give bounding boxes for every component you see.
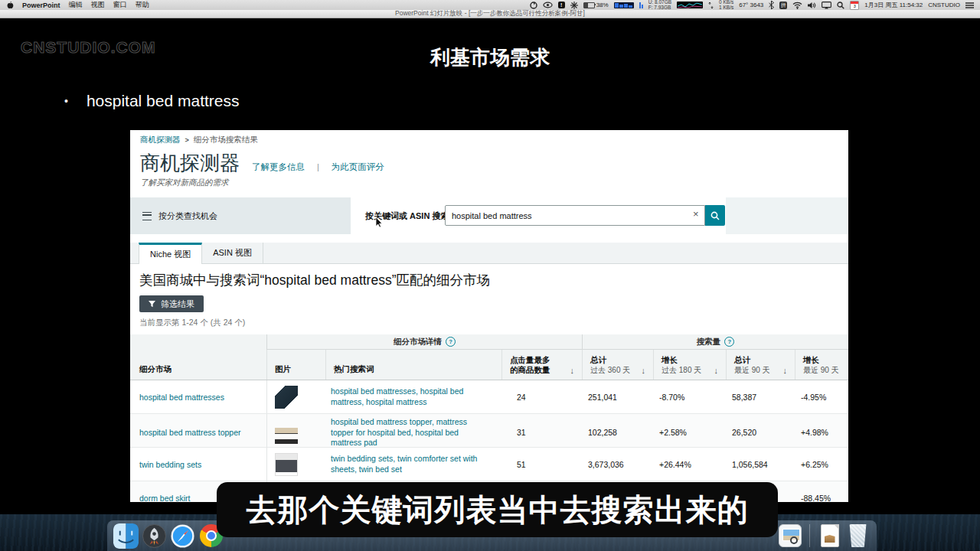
sort-icon[interactable]: ↓ [783, 366, 788, 375]
apple-icon[interactable] [6, 1, 14, 9]
menu-item-4[interactable]: 帮助 [136, 0, 149, 10]
niche-link[interactable]: twin bedding sets [139, 460, 201, 469]
info-icon[interactable]: ? [724, 337, 734, 347]
niches-table: 细分市场详情 ? 搜索量 ? 细分市场 图片 热门搜索词 点击量最多的商品数量 … [130, 334, 848, 502]
page-title-row: 商机探测器 了解更多信息 | 为此页面评分 [140, 150, 384, 177]
installer-doc-dock-icon[interactable] [817, 523, 842, 549]
link-divider: | [317, 162, 319, 171]
search-button[interactable] [705, 205, 725, 226]
safari-dock-icon[interactable] [170, 523, 195, 549]
menu-bar-clock[interactable]: 1月3日 周五 11:54:32 [864, 1, 923, 9]
finder-dock-icon[interactable] [113, 523, 139, 549]
tab-label: Niche 视图 [150, 249, 191, 260]
filter-button-label: 筛选结果 [161, 298, 194, 310]
breadcrumb-current: 细分市场搜索结果 [194, 135, 258, 145]
document-icon [821, 524, 839, 547]
activity-graph-icon[interactable] [677, 2, 703, 8]
memory-free: F: 7.93GB [648, 5, 671, 11]
mouse-cursor [375, 217, 384, 228]
keyword-search-input[interactable] [445, 205, 705, 226]
table-row: hospital bed mattress topper hospital be… [130, 414, 848, 448]
calendar-icon[interactable]: 3 [850, 1, 859, 10]
magnifier-icon [710, 211, 720, 220]
filter-results-button[interactable]: 筛选结果 [139, 295, 204, 312]
launchpad-dock-icon[interactable] [142, 523, 167, 549]
eye-icon[interactable] [543, 2, 553, 8]
group-details-label: 细分市场详情 [394, 337, 442, 347]
niche-link[interactable]: hospital bed mattress topper [139, 428, 241, 437]
search-band: 按分类查找机会 按关键词或 ASIN 搜索 × [130, 197, 848, 234]
search-volume-growth-90: -4.95% [795, 380, 848, 413]
learn-more-link[interactable]: 了解更多信息 [252, 161, 305, 173]
battery-indicator[interactable]: 38% [583, 2, 609, 8]
airplay-display-icon[interactable] [822, 2, 831, 9]
col-products-sort[interactable]: 点击量最多的商品数量 ↓ [501, 350, 582, 380]
rate-page-link[interactable]: 为此页面评分 [332, 161, 384, 173]
top-search-terms: hospital bed mattress topper, mattress t… [325, 414, 501, 452]
network-arrows-icon [708, 2, 714, 9]
trash-icon [848, 524, 868, 547]
table-row: hospital bed mattresses hospital bed mat… [130, 380, 848, 414]
slide-title: 利基市场需求 [0, 44, 980, 71]
opportunity-explorer-screenshot: 商机探测器 > 细分市场搜索结果 商机探测器 了解更多信息 | 为此页面评分 了… [130, 130, 848, 502]
dock-separator [809, 524, 810, 547]
funnel-icon [149, 301, 155, 308]
breadcrumb-root-link[interactable]: 商机探测器 [140, 135, 181, 145]
clicked-products-count: 31 [501, 414, 582, 452]
col-growth-90: 增长最近 90 天 [795, 350, 848, 380]
preview-dock-icon[interactable] [777, 523, 802, 549]
clicked-products-count: 24 [501, 380, 582, 413]
product-image [275, 421, 298, 444]
input-method-icon[interactable]: 拼 [779, 2, 787, 9]
table-row: twin bedding sets twin bedding sets, twi… [130, 448, 848, 481]
list-menu-icon[interactable] [965, 2, 974, 8]
temp-fan-readout[interactable]: 67° 3643 [739, 2, 763, 8]
tab-niche[interactable]: Niche 视图 [139, 243, 202, 264]
niche-link[interactable]: hospital bed mattresses [139, 393, 224, 402]
cpu-meter-icon[interactable] [614, 2, 634, 8]
tab-asin[interactable]: ASIN 视图 [202, 243, 263, 263]
alert-icon[interactable]: ! [558, 2, 565, 8]
hamburger-icon [142, 212, 152, 220]
sort-icon[interactable]: ↓ [570, 366, 575, 375]
window-title-bar[interactable]: PowerPoint 幻灯片放映 - [一步一步教你选品可行性分析案例-阿甘] [0, 10, 980, 18]
col-growth-180-sort[interactable]: 增长过去 180 天 ↓ [653, 350, 726, 380]
col-image: 图片 [266, 350, 325, 380]
results-heading: 美国商城中与搜索词“hospital bed mattress”匹配的细分市场 [139, 271, 490, 289]
view-tabs: Niche 视图 ASIN 视图 [130, 243, 848, 264]
account-name[interactable]: CNSTUDIO [928, 2, 960, 8]
col-total-360-sort[interactable]: 总计过去 360 天 ↓ [582, 350, 653, 380]
group-empty [130, 334, 266, 350]
search-volume-total-90: 58,387 [726, 380, 795, 413]
brightness-icon[interactable] [570, 2, 578, 9]
niche-link[interactable]: dorm bed skirt [139, 494, 191, 503]
bluetooth-icon[interactable] [769, 1, 774, 9]
table-group-header: 细分市场详情 ? 搜索量 ? [130, 334, 848, 350]
info-icon[interactable]: ? [446, 337, 456, 347]
sync-icon[interactable] [530, 2, 537, 9]
sort-icon[interactable]: ↓ [714, 366, 719, 375]
wifi-icon[interactable] [792, 2, 802, 9]
menu-item-2[interactable]: 视图 [91, 0, 105, 10]
clear-search-icon[interactable]: × [693, 208, 699, 220]
sort-icon[interactable]: ↓ [642, 366, 646, 375]
menu-item-1[interactable]: 编辑 [69, 0, 83, 10]
search-volume-growth-90: +4.98% [795, 414, 848, 452]
page-title: 商机探测器 [140, 150, 240, 177]
trash-dock-icon[interactable] [845, 523, 871, 549]
network-readout[interactable]: 0 KB/s 1 KB/s [719, 0, 733, 10]
menu-app-name[interactable]: PowerPoint [22, 2, 60, 9]
volume-icon[interactable] [808, 2, 816, 9]
memory-readout[interactable]: U: 8.07GB F: 7.93GB [648, 0, 671, 10]
col-total-90-sort[interactable]: 总计最近 90 天 ↓ [726, 350, 795, 380]
product-image [275, 386, 298, 409]
search-volume-growth-180: +2.58% [653, 414, 726, 452]
menu-item-3[interactable]: 窗口 [113, 0, 127, 10]
spotlight-search-icon[interactable] [837, 2, 844, 9]
product-image [275, 453, 298, 476]
macos-menu-bar: PowerPoint编辑视图窗口帮助 ! 38% U: 8.07GB F: 7.… [0, 0, 980, 10]
browse-categories-button[interactable]: 按分类查找机会 [130, 197, 351, 234]
search-volume-total-90: 1,056,584 [726, 448, 795, 481]
status-icon-group: ! 38% U: 8.07GB F: 7.93GB 0 KB/s 1 KB/s … [530, 0, 974, 10]
net-down: 1 KB/s [719, 5, 733, 11]
